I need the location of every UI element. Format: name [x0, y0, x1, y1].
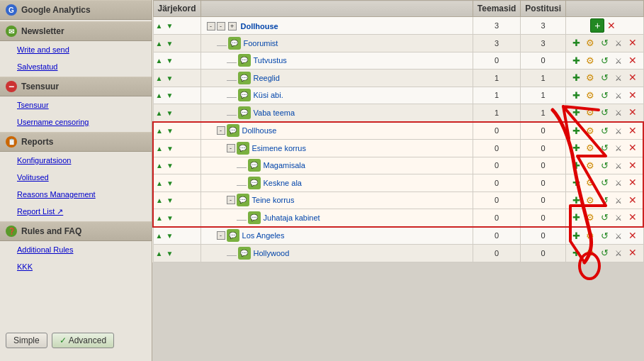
edit-button[interactable]: ⚙ — [584, 37, 597, 50]
delete-button[interactable]: ✕ — [626, 246, 639, 259]
permissions-button[interactable]: ⚔ — [612, 125, 625, 138]
add-button[interactable]: ✚ — [570, 89, 582, 101]
forum-name-link[interactable]: Magamisala — [264, 161, 305, 170]
forum-name-link[interactable]: Teine korrus — [252, 196, 295, 204]
move-up-button[interactable]: ▲ — [155, 57, 164, 65]
move-up-button[interactable]: ▲ — [155, 22, 164, 30]
expand-button[interactable]: - — [217, 231, 225, 240]
refresh-button[interactable]: ↺ — [598, 106, 611, 119]
move-down-button[interactable]: ▼ — [166, 179, 174, 187]
forum-name-link[interactable]: Dollhouse — [241, 22, 278, 30]
delete-button[interactable]: ✕ — [626, 141, 639, 154]
edit-button[interactable]: ⚙ — [584, 247, 597, 260]
delete-button[interactable]: ✕ — [626, 36, 639, 49]
sidebar-item-report-list[interactable]: Report List ↗ — [0, 203, 152, 220]
move-down-button[interactable]: ▼ — [165, 74, 174, 82]
permissions-button[interactable]: ⚔ — [612, 248, 625, 260]
expand-button[interactable]: - — [207, 22, 215, 30]
permissions-button[interactable]: ⚔ — [612, 55, 625, 67]
forum-name-link[interactable]: Esimene korrus — [252, 144, 306, 152]
forum-name-link[interactable]: Küsi abi. — [254, 91, 283, 99]
forum-name-link[interactable]: Dollhouse — [242, 126, 277, 135]
edit-button[interactable]: ⚙ — [584, 229, 597, 242]
sidebar-item-tsensuur[interactable]: Tsensuur — [0, 96, 152, 113]
add-button[interactable]: ✚ — [570, 72, 582, 84]
add-button[interactable]: ✚ — [570, 177, 582, 189]
sidebar-item-kkk[interactable]: KKK — [0, 258, 152, 275]
edit-button[interactable]: ⚙ — [584, 89, 597, 101]
delete-button[interactable]: ✕ — [626, 106, 639, 118]
add-button[interactable]: ✚ — [570, 229, 582, 242]
expand-button[interactable]: - — [227, 196, 235, 204]
edit-button[interactable]: ⚙ — [584, 106, 597, 119]
move-up-button[interactable]: ▲ — [155, 214, 164, 222]
move-up-button[interactable]: ▲ — [155, 162, 164, 170]
permissions-button[interactable]: ⚔ — [612, 212, 625, 225]
move-up-button[interactable]: ▲ — [155, 179, 164, 187]
add-button[interactable]: ✚ — [570, 142, 582, 155]
add-button[interactable]: ✚ — [570, 247, 582, 260]
permissions-button[interactable]: ⚔ — [612, 194, 625, 207]
sidebar-item-username-censoring[interactable]: Username censoring — [0, 113, 152, 130]
sidebar-item-volitused[interactable]: Volitused — [0, 169, 152, 186]
permissions-button[interactable]: ⚔ — [612, 160, 625, 172]
permissions-button[interactable]: ⚔ — [612, 107, 625, 120]
add-button[interactable]: ✚ — [570, 124, 582, 137]
refresh-button[interactable]: ↺ — [598, 229, 611, 242]
sidebar-header-reports[interactable]: 📋 Reports — [0, 132, 152, 152]
move-down-button[interactable]: ▼ — [166, 196, 174, 204]
refresh-button[interactable]: ↺ — [598, 194, 611, 206]
move-down-button[interactable]: ▼ — [165, 232, 174, 240]
sidebar-item-write-send[interactable]: Write and send — [0, 41, 152, 58]
permissions-button[interactable]: ⚔ — [612, 230, 625, 243]
edit-button[interactable]: ⚙ — [584, 177, 597, 189]
expand-button[interactable]: - — [227, 144, 235, 152]
delete-button[interactable]: ✕ — [626, 229, 639, 242]
add-button[interactable]: ✚ — [570, 159, 582, 172]
forum-name-link[interactable]: Tutvustus — [254, 56, 287, 65]
delete-button[interactable]: ✕ — [626, 159, 639, 172]
delete-button[interactable]: ✕ — [626, 71, 639, 84]
refresh-button[interactable]: ↺ — [598, 72, 611, 84]
delete-button[interactable]: ✕ — [626, 89, 639, 101]
move-down-button[interactable]: ▼ — [166, 127, 174, 135]
delete-button[interactable]: ✕ — [626, 54, 639, 67]
move-up-button[interactable]: ▲ — [155, 196, 164, 204]
sidebar-item-salvestatud[interactable]: Salvestatud — [0, 58, 152, 75]
refresh-button[interactable]: ↺ — [598, 142, 611, 155]
sidebar-header-tsensuur[interactable]: − Tsensuur — [0, 77, 152, 96]
expand-button[interactable]: - — [217, 126, 225, 135]
forum-name-link[interactable]: Vaba teema — [254, 109, 295, 117]
permissions-button[interactable]: ⚔ — [612, 143, 625, 155]
add-category-button[interactable]: + — [590, 18, 604, 33]
refresh-button[interactable]: ↺ — [598, 54, 611, 67]
advanced-button[interactable]: ✓Advanced — [52, 333, 114, 348]
sidebar-item-reasons-management[interactable]: Reasons Management — [0, 186, 152, 203]
move-up-button[interactable]: ▲ — [155, 91, 164, 99]
sidebar-header-google-analytics[interactable]: G Google Analytics — [0, 0, 152, 20]
refresh-button[interactable]: ↺ — [598, 89, 611, 101]
refresh-button[interactable]: ↺ — [598, 247, 611, 260]
forum-name-link[interactable]: Juhataja kabinet — [264, 213, 320, 222]
move-down-button[interactable]: ▼ — [165, 57, 174, 65]
move-down-button[interactable]: ▼ — [166, 145, 174, 152]
delete-button[interactable]: ✕ — [626, 176, 639, 189]
edit-button[interactable]: ⚙ — [584, 159, 597, 172]
move-up-button[interactable]: ▲ — [155, 232, 164, 240]
permissions-button[interactable]: ⚔ — [612, 72, 625, 85]
move-down-button[interactable]: ▼ — [166, 214, 174, 222]
permissions-button[interactable]: ⚔ — [612, 177, 625, 190]
refresh-button[interactable]: ↺ — [598, 159, 611, 172]
move-up-button[interactable]: ▲ — [155, 127, 164, 135]
add-button[interactable]: ✚ — [570, 106, 582, 119]
edit-button[interactable]: ⚙ — [584, 124, 597, 137]
delete-button[interactable]: ✕ — [626, 124, 639, 137]
sidebar-item-konfiguratsioon[interactable]: Konfiguratsioon — [0, 152, 152, 169]
edit-button[interactable]: ⚙ — [584, 211, 597, 224]
refresh-button[interactable]: ↺ — [598, 124, 611, 137]
delete-button[interactable]: ✕ — [626, 211, 639, 223]
move-down-button[interactable]: ▼ — [165, 250, 174, 257]
forum-name-link[interactable]: Keskne ala — [264, 179, 302, 187]
add-button[interactable]: ✚ — [570, 194, 582, 206]
forum-name-link[interactable]: Reeglid — [254, 74, 280, 82]
